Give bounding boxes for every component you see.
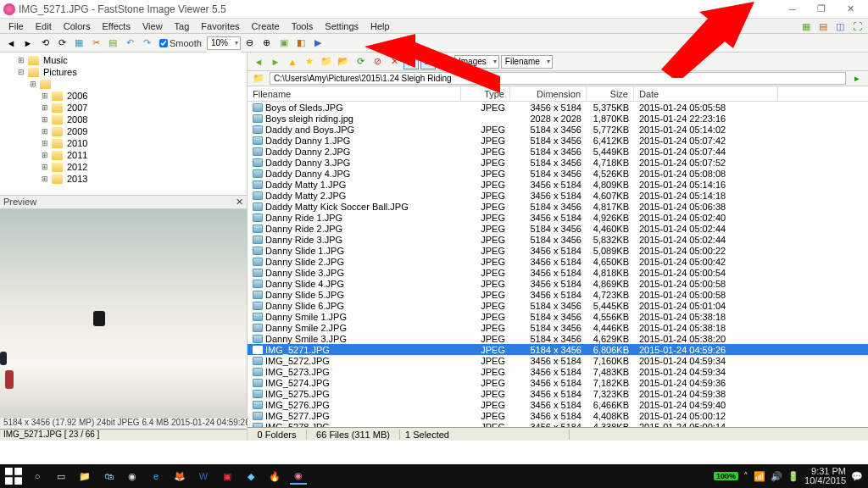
clock[interactable]: 9:31 PM 10/4/2015 bbox=[804, 467, 846, 485]
file-row[interactable]: Daddy Danny 3.JPGJPEG5184 x 34564,718KB2… bbox=[248, 157, 868, 168]
view-list-icon[interactable]: ≡ bbox=[437, 54, 453, 69]
col-date[interactable]: Date bbox=[634, 86, 778, 101]
taskbar[interactable]: ○ ▭ 📁 🛍 ◉ e 🦊 W ▣ ◆ 🔥 ◉ 100% ˄ 📶 🔊 🔋 9:3… bbox=[0, 464, 868, 488]
menu-tools[interactable]: Tools bbox=[287, 19, 319, 33]
explorer-icon[interactable]: 📁 bbox=[76, 468, 93, 485]
path-go-icon[interactable]: ▸ bbox=[849, 71, 865, 86]
tree-item[interactable]: ⊞2012 bbox=[2, 161, 245, 173]
file-row[interactable]: Daddy Danny 4.JPGJPEG5184 x 34564,526KB2… bbox=[248, 168, 868, 179]
tree-item[interactable]: ⊞2011 bbox=[2, 149, 245, 161]
file-row[interactable]: IMG_5277.JPGJPEG3456 x 51844,408KB2015-0… bbox=[248, 410, 868, 421]
file-row[interactable]: Danny Slide 1.JPGJPEG3456 x 51845,089KB2… bbox=[248, 245, 868, 256]
edge-icon[interactable]: e bbox=[147, 468, 164, 485]
wifi-icon[interactable]: 📶 bbox=[754, 471, 765, 482]
tree-item[interactable]: ⊞2006 bbox=[2, 90, 245, 102]
file-row[interactable]: IMG_5274.JPGJPEG3456 x 51847,182KB2015-0… bbox=[248, 377, 868, 388]
file-row[interactable]: IMG_5276.JPGJPEG3456 x 51846,466KB2015-0… bbox=[248, 399, 868, 410]
file-row[interactable]: IMG_5278.JPGJPEG3456 x 51844,338KB2015-0… bbox=[248, 421, 868, 427]
taskview-icon[interactable]: ▭ bbox=[53, 468, 70, 485]
file-row[interactable]: IMG_5273.JPGJPEG3456 x 51847,483KB2015-0… bbox=[248, 366, 868, 377]
word-icon[interactable]: W bbox=[195, 468, 212, 485]
file-row[interactable]: Danny Ride 1.JPGJPEG3456 x 51844,926KB20… bbox=[248, 212, 868, 223]
sort-combo[interactable]: Filename bbox=[501, 55, 553, 69]
tree-item[interactable]: ⊞2010 bbox=[2, 137, 245, 149]
refresh-icon[interactable]: ⟳ bbox=[353, 54, 368, 69]
col-type[interactable]: Type bbox=[461, 86, 510, 101]
menu-settings[interactable]: Settings bbox=[320, 19, 364, 33]
file-row[interactable]: Danny Smile 3.JPGJPEG5184 x 34564,629KB2… bbox=[248, 333, 868, 344]
nav-up-icon[interactable]: ▲ bbox=[285, 54, 300, 69]
file-row[interactable]: Daddy Matty Kick Soccer Ball.JPGJPEG5184… bbox=[248, 201, 868, 212]
volume-icon[interactable]: 🔊 bbox=[771, 471, 782, 482]
file-row[interactable]: Daddy Danny 2.JPGJPEG5184 x 34565,449KB2… bbox=[248, 146, 868, 157]
zoom-combo[interactable]: 10% bbox=[207, 36, 241, 50]
delete-icon[interactable]: ✕ bbox=[387, 54, 402, 69]
file-row[interactable]: Danny Ride 2.JPGJPEG5184 x 34564,460KB20… bbox=[248, 223, 868, 234]
fwd-icon[interactable]: ► bbox=[20, 36, 36, 51]
zoomout-icon[interactable]: ⊖ bbox=[242, 36, 258, 51]
app2-icon[interactable]: ◆ bbox=[242, 468, 259, 485]
nav-back-icon[interactable]: ◄ bbox=[251, 54, 266, 69]
file-row[interactable]: Danny Slide 5.JPGJPEG3456 x 51844,723KB2… bbox=[248, 289, 868, 300]
left-icon[interactable]: ⟲ bbox=[37, 36, 53, 51]
fav-icon[interactable]: ★ bbox=[302, 54, 317, 69]
preview-image[interactable] bbox=[0, 209, 247, 417]
file-row[interactable]: Daddy and Boys.JPGJPEG5184 x 34565,772KB… bbox=[248, 124, 868, 135]
file-row[interactable]: IMG_5271.JPGJPEG5184 x 34566,806KB2015-0… bbox=[248, 344, 868, 355]
menu-view[interactable]: View bbox=[137, 19, 168, 33]
tree-item[interactable]: ⊞2007 bbox=[2, 102, 245, 114]
preview-close-icon[interactable]: ✕ bbox=[236, 197, 243, 208]
system-tray[interactable]: 100% ˄ 📶 🔊 🔋 9:31 PM 10/4/2015 💬 bbox=[714, 467, 863, 485]
close-button[interactable]: ✕ bbox=[836, 1, 865, 18]
zoomin-icon[interactable]: ⊕ bbox=[259, 36, 275, 51]
maximize-button[interactable]: ❐ bbox=[807, 1, 836, 18]
file-row[interactable]: Daddy Matty 1.JPGJPEG3456 x 51844,809KB2… bbox=[248, 179, 868, 190]
file-row[interactable]: Danny Slide 6.JPGJPEG5184 x 34565,445KB2… bbox=[248, 300, 868, 311]
notifications-icon[interactable]: 💬 bbox=[851, 471, 863, 482]
menu-tag[interactable]: Tag bbox=[170, 19, 195, 33]
paste-icon[interactable]: ▤ bbox=[105, 36, 120, 51]
tree-item[interactable]: ⊞Music bbox=[2, 54, 245, 66]
file-row[interactable]: Danny Slide 4.JPGJPEG3456 x 51844,869KB2… bbox=[248, 278, 868, 289]
file-row[interactable]: Danny Smile 1.JPGJPEG5184 x 34564,556KB2… bbox=[248, 311, 868, 322]
path-input[interactable]: C:\Users\Amy\Pictures\2015\1.24 Sleigh R… bbox=[270, 72, 846, 85]
file-row[interactable]: Danny Slide 2.JPGJPEG3456 x 51844,650KB2… bbox=[248, 256, 868, 267]
menu-effects[interactable]: Effects bbox=[97, 19, 136, 33]
file-row[interactable]: Danny Smile 2.JPGJPEG5184 x 34564,446KB2… bbox=[248, 322, 868, 333]
firefox-icon[interactable]: 🦊 bbox=[171, 468, 188, 485]
app3-icon[interactable]: 🔥 bbox=[266, 468, 283, 485]
file-row[interactable]: Boys of Sleds.JPGJPEG3456 x 51845,375KB2… bbox=[248, 102, 868, 113]
menu-favorites[interactable]: Favorites bbox=[196, 19, 244, 33]
fullscreen-icon[interactable]: ⛶ bbox=[849, 19, 865, 34]
folder-icon[interactable]: 📁 bbox=[319, 54, 334, 69]
app1-icon[interactable]: ▣ bbox=[219, 468, 236, 485]
menu-create[interactable]: Create bbox=[247, 19, 285, 33]
start-button[interactable] bbox=[5, 468, 22, 485]
view-thumbnails-icon[interactable]: ▦ bbox=[403, 54, 419, 69]
actual-icon[interactable]: ◧ bbox=[293, 36, 309, 51]
col-name[interactable]: Filename bbox=[248, 86, 461, 101]
store-icon[interactable]: 🛍 bbox=[100, 468, 117, 485]
file-list[interactable]: Filename Type Dimension Size Date Boys o… bbox=[248, 86, 868, 427]
view2-icon[interactable]: ▤ bbox=[815, 19, 831, 34]
fit-icon[interactable]: ▣ bbox=[276, 36, 292, 51]
back-icon[interactable]: ◄ bbox=[3, 36, 19, 51]
right-icon[interactable]: ⟳ bbox=[54, 36, 70, 51]
menu-colors[interactable]: Colors bbox=[58, 19, 96, 33]
copy-icon[interactable]: ▦ bbox=[71, 36, 86, 51]
slide-icon[interactable]: ▶ bbox=[310, 36, 326, 51]
menu-file[interactable]: File bbox=[3, 19, 29, 33]
col-size[interactable]: Size bbox=[587, 86, 634, 101]
file-row[interactable]: Danny Slide 3.JPGJPEG3456 x 51844,818KB2… bbox=[248, 267, 868, 278]
search-icon[interactable]: ○ bbox=[29, 468, 46, 485]
folder-tree[interactable]: ⊞Music⊟Pictures⊞⊞2006⊞2007⊞2008⊞2009⊞201… bbox=[0, 53, 247, 195]
redo-icon[interactable]: ↷ bbox=[139, 36, 154, 51]
file-row[interactable]: IMG_5275.JPGJPEG3456 x 51847,323KB2015-0… bbox=[248, 388, 868, 399]
minimize-button[interactable]: ─ bbox=[778, 1, 807, 18]
stop-icon[interactable]: ⊘ bbox=[370, 54, 385, 69]
faststone-icon[interactable]: ◉ bbox=[290, 468, 307, 485]
tree-item[interactable]: ⊞ bbox=[2, 78, 245, 90]
folder2-icon[interactable]: 📂 bbox=[336, 54, 351, 69]
file-row[interactable]: Boys sleigh riding.jpg2028 x 20281,870KB… bbox=[248, 113, 868, 124]
tree-item[interactable]: ⊞2013 bbox=[2, 173, 245, 185]
